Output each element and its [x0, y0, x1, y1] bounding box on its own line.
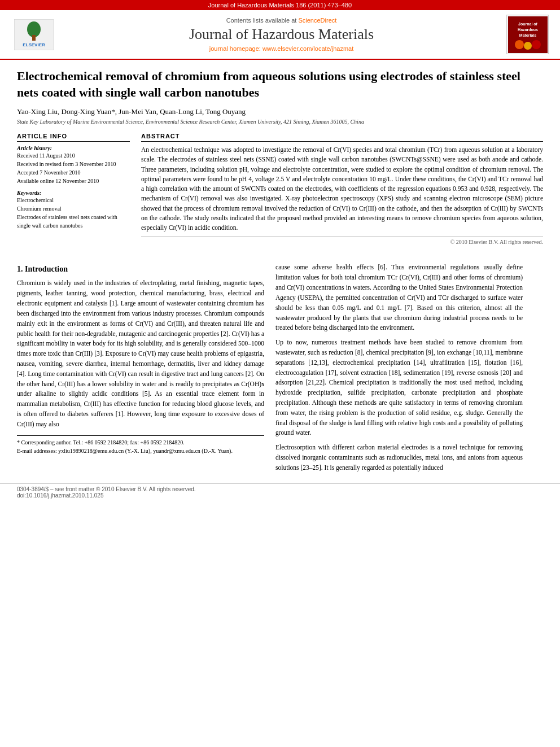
main-content-area: 1. Introduction Chromium is widely used …: [0, 263, 560, 477]
abstract-heading: ABSTRACT: [141, 133, 543, 142]
footnote-area: * Corresponding author. Tel.: +86 0592 2…: [17, 435, 264, 455]
keyword-3: Electrodes of stainless steel nets coate…: [17, 213, 130, 230]
hazardous-materials-logo: Journal of Hazardous Materials: [506, 15, 549, 54]
svg-point-8: [515, 40, 524, 49]
email-label: E-mail addresses:: [17, 448, 57, 454]
paper-title: Electrochemical removal of chromium from…: [17, 68, 543, 101]
email1: yxliu19890218@emu.edu.cn (Y.-X. Liu),: [58, 448, 151, 454]
keywords-section: Keywords: Electrochemical Chromium remov…: [17, 190, 130, 230]
homepage-label: journal homepage:: [209, 45, 261, 52]
bottom-bar: 0304-3894/$ – see front matter © 2010 El…: [0, 483, 560, 501]
intro-para2: cause some adverse health effects [6]. T…: [275, 263, 523, 333]
keywords-label: Keywords:: [17, 190, 130, 196]
svg-text:Materials: Materials: [519, 33, 536, 37]
svg-text:Journal of: Journal of: [518, 22, 538, 26]
received-revised-date: Received in revised form 3 November 2010: [17, 160, 130, 168]
keyword-2: Chromium removal: [17, 204, 130, 213]
footnote-star: * Corresponding author. Tel.: +86 0592 2…: [17, 438, 264, 447]
hazardous-logo-image: Journal of Hazardous Materials: [508, 16, 548, 53]
sciencedirect-link: ScienceDirect: [298, 17, 336, 24]
issn-text: 0304-3894/$ – see front matter © 2010 El…: [17, 486, 196, 492]
affiliation-line: State Key Laboratory of Marine Environme…: [17, 119, 543, 125]
received-date: Received 11 August 2010: [17, 151, 130, 160]
article-info-heading: ARTICLE INFO: [17, 133, 130, 142]
sciencedirect-line: Contents lists available at ScienceDirec…: [56, 17, 506, 24]
article-history-label: Article history:: [17, 145, 130, 151]
accepted-date: Accepted 7 November 2010: [17, 168, 130, 177]
abstract-text: An electrochemical technique was adopted…: [141, 145, 543, 233]
article-info-abstract-row: ARTICLE INFO Article history: Received 1…: [17, 133, 543, 245]
sciencedirect-label: Contents lists available at: [226, 17, 297, 24]
authors-line: Yao-Xing Liu, Dong-Xing Yuan*, Jun-Mei Y…: [17, 107, 543, 116]
elsevier-logo: ELSEVIER: [11, 19, 56, 50]
copyright-line: © 2010 Elsevier B.V. All rights reserved…: [141, 236, 543, 245]
elsevier-logo-image: ELSEVIER: [14, 19, 54, 50]
svg-rect-2: [32, 35, 36, 41]
journal-reference-text: Journal of Hazardous Materials 186 (2011…: [208, 2, 352, 8]
journal-header: ELSEVIER Contents lists available at Sci…: [0, 10, 560, 60]
intro-para3: Up to now, numerous treatment methods ha…: [275, 338, 523, 438]
journal-header-center: Contents lists available at ScienceDirec…: [56, 17, 506, 52]
doi-text: doi:10.1016/j.jhazmat.2010.11.025: [17, 492, 103, 499]
svg-text:ELSEVIER: ELSEVIER: [23, 42, 45, 47]
intro-para1: Chromium is widely used in the industrie…: [17, 278, 264, 429]
svg-point-1: [27, 21, 41, 37]
homepage-url: www.elsevier.com/locate/jhazmat: [262, 45, 353, 52]
keyword-1: Electrochemical: [17, 196, 130, 204]
article-info-panel: ARTICLE INFO Article history: Received 1…: [17, 133, 130, 245]
left-column: 1. Introduction Chromium is widely used …: [17, 263, 264, 477]
svg-text:Hazardous: Hazardous: [518, 28, 538, 32]
available-date: Available online 12 November 2010: [17, 177, 130, 185]
journal-title: Journal of Hazardous Materials: [56, 26, 506, 43]
right-column: cause some adverse health effects [6]. T…: [275, 263, 523, 477]
svg-point-9: [524, 42, 532, 50]
journal-reference-bar: Journal of Hazardous Materials 186 (2011…: [0, 0, 560, 10]
journal-homepage: journal homepage: www.elsevier.com/locat…: [56, 45, 506, 52]
abstract-panel: ABSTRACT An electrochemical technique wa…: [141, 133, 543, 245]
intro-heading: 1. Introduction: [17, 265, 264, 274]
article-history-section: Article history: Received 11 August 2010…: [17, 145, 130, 185]
email2: yuandr@xmu.edu.cn (D.-X. Yuan).: [153, 448, 233, 454]
svg-point-10: [532, 40, 541, 49]
intro-para4: Electrosorption with different carbon ma…: [275, 443, 523, 473]
footnote-email-line: E-mail addresses: yxliu19890218@emu.edu.…: [17, 447, 264, 455]
paper-body: Electrochemical removal of chromium from…: [0, 60, 560, 263]
